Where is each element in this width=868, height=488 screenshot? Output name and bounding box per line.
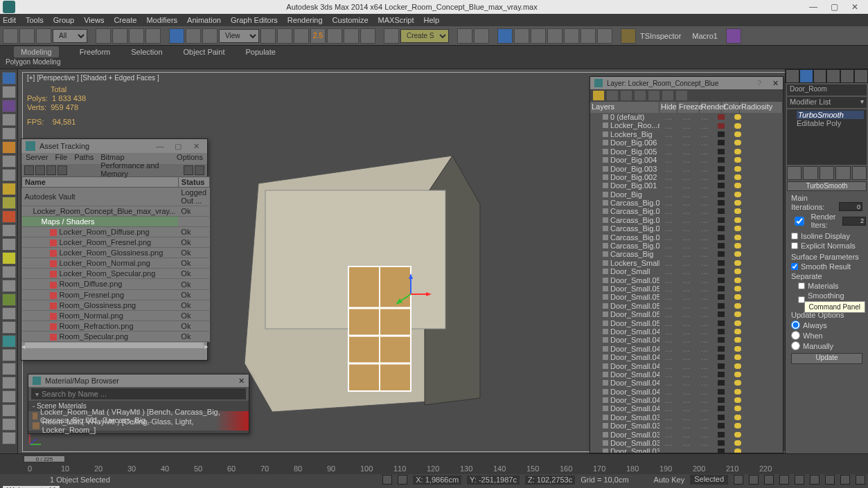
macro-icon[interactable] <box>726 28 741 44</box>
asset-row[interactable]: Locker_Room_Glossiness.pngOk <box>22 248 210 258</box>
render-iters-check[interactable] <box>791 217 808 226</box>
select-name-icon[interactable] <box>112 28 127 44</box>
create-type-icon[interactable] <box>2 72 16 84</box>
asset-table[interactable]: NameStatus Autodesk VaultLogged Out ...L… <box>21 177 210 342</box>
cmd-tab-modify-icon[interactable] <box>799 69 813 83</box>
layer-delete-icon[interactable] <box>607 91 618 100</box>
link-icon[interactable] <box>36 28 51 44</box>
create-type-icon[interactable] <box>2 169 16 181</box>
menu-help[interactable]: Help <box>424 16 440 24</box>
asset-row[interactable]: Room_Diffuse.pngOk <box>22 279 210 289</box>
object-name-input[interactable]: Door_Room <box>787 84 867 96</box>
layer-row[interactable]: Lockers_Big……… <box>590 130 783 138</box>
layer-row[interactable]: Door_Small.055……… <box>590 275 783 284</box>
ribbon-tab-populate[interactable]: Populate <box>245 48 275 56</box>
spinner-snap-icon[interactable] <box>360 28 375 44</box>
layer-row[interactable]: 0 (default)……… <box>590 113 783 121</box>
layer-row[interactable]: Door_Small.036……… <box>590 439 783 447</box>
menu-modifiers[interactable]: Modifiers <box>146 16 177 24</box>
nav-icon[interactable] <box>840 475 850 485</box>
asset-minimize-button[interactable]: — <box>153 142 167 150</box>
cmd-tab-motion-icon[interactable] <box>826 69 840 83</box>
layer-row[interactable]: Door_Small.038……… <box>590 422 783 430</box>
layer-row[interactable]: Door_Small.039……… <box>590 413 783 422</box>
update-when-radio[interactable] <box>791 331 800 340</box>
layer-freeze-icon[interactable] <box>676 91 687 100</box>
coord-z-input[interactable]: Z: 102,2753c <box>525 476 575 485</box>
asset-row[interactable]: Locker_Room_Specular.pngOk <box>22 269 210 279</box>
asset-menu-item[interactable]: Server <box>26 153 48 164</box>
layer-row[interactable]: Door_Small.043……… <box>590 379 783 387</box>
ribbon-subtab[interactable]: Polygon Modeling <box>0 58 868 69</box>
unique-icon[interactable] <box>820 166 834 180</box>
create-type-icon[interactable] <box>2 377 16 389</box>
layer-row[interactable]: Door_Small.049……… <box>590 327 783 336</box>
render-setup-icon[interactable] <box>564 28 579 44</box>
asset-row[interactable]: Maps / Shaders <box>22 217 210 227</box>
layer-row[interactable]: Carcass_Big.001……… <box>590 242 783 250</box>
menu-animation[interactable]: Animation <box>187 16 221 24</box>
layer-select-icon[interactable] <box>635 91 646 100</box>
undo-icon[interactable] <box>3 28 18 44</box>
mat-search-input[interactable]: ▾ Search by Name ... <box>31 388 246 399</box>
ribbon-tab-selection[interactable]: Selection <box>131 48 162 56</box>
menu-rendering[interactable]: Rendering <box>287 16 323 24</box>
select-icon[interactable] <box>96 28 111 44</box>
asset-row[interactable]: Room_Specular.pngOk <box>22 331 210 341</box>
layer-highlight-icon[interactable] <box>648 91 659 100</box>
layer-row[interactable]: Door_Small.037……… <box>590 430 783 438</box>
show-end-icon[interactable] <box>803 166 817 180</box>
asset-row[interactable]: Room_Fresnel.pngOk <box>22 289 210 300</box>
layer-row[interactable]: Door_Big.002……… <box>590 173 783 181</box>
layer-row[interactable]: Lockers_Small……… <box>590 259 783 267</box>
layer-row[interactable]: Door_Small.053……… <box>590 293 783 301</box>
stack-editable-poly[interactable]: Editable Poly <box>797 119 864 127</box>
snap-angle-icon[interactable] <box>327 28 342 44</box>
asset-row[interactable]: Locker_Room_Concept_Blue_max_vray...Ok <box>22 206 210 217</box>
layer-add-icon[interactable] <box>621 91 632 100</box>
layer-row[interactable]: Door_Small.054……… <box>590 284 783 293</box>
scale-icon[interactable] <box>202 28 218 44</box>
pin-stack-icon[interactable] <box>787 166 801 180</box>
asset-menu-item[interactable]: Paths <box>74 153 94 164</box>
iterations-input[interactable] <box>839 202 862 211</box>
asset-scrollbar[interactable]: ◂▸ <box>21 342 207 349</box>
render-icon[interactable] <box>597 28 612 44</box>
smooth-result-check[interactable] <box>791 263 798 270</box>
create-type-icon[interactable] <box>2 418 16 431</box>
time-ruler[interactable]: 0102030405060708090100110120130140150160… <box>0 464 868 474</box>
goto-end-icon[interactable] <box>795 475 804 485</box>
layer-row[interactable]: Carcass_Big.002……… <box>590 233 783 241</box>
isoline-check[interactable] <box>791 233 798 240</box>
render-frame-icon[interactable] <box>581 28 596 44</box>
modifier-list-dropdown[interactable]: Modifier List▾ <box>787 97 867 108</box>
create-type-icon[interactable] <box>2 252 16 264</box>
remove-mod-icon[interactable] <box>835 166 850 180</box>
layer-row[interactable]: Door_Big……… <box>590 190 783 199</box>
next-frame-icon[interactable] <box>779 475 789 485</box>
menu-tools[interactable]: Tools <box>26 16 44 24</box>
ribbon-tab-object-paint[interactable]: Object Paint <box>184 48 225 56</box>
create-type-icon[interactable] <box>2 404 16 417</box>
ribbon-tab-freeform[interactable]: Freeform <box>80 48 111 56</box>
tsinspector-label[interactable]: TSInspector <box>640 32 681 40</box>
lock-icon[interactable] <box>382 475 392 485</box>
snap-spinner[interactable]: 2.5 <box>310 28 326 44</box>
menu-edit[interactable]: Edit <box>3 16 16 24</box>
asset-tb-icon[interactable] <box>35 165 45 175</box>
select-region-icon[interactable] <box>129 28 144 44</box>
update-manual-radio[interactable] <box>791 341 800 350</box>
asset-row[interactable]: Room_Glossiness.pngOk <box>22 300 210 310</box>
create-type-icon[interactable] <box>2 335 16 347</box>
create-type-icon[interactable] <box>2 321 16 334</box>
asset-menu-item[interactable]: Bitmap Performance and Memory <box>100 153 170 164</box>
macro1-label[interactable]: Macro1 <box>692 32 718 40</box>
update-always-radio[interactable] <box>791 320 800 329</box>
goto-start-icon[interactable] <box>734 475 743 485</box>
redo-icon[interactable] <box>19 28 35 44</box>
layer-help-button[interactable]: ? <box>757 79 761 87</box>
snap-percent-icon[interactable] <box>344 28 359 44</box>
named-selset-icon[interactable] <box>384 28 399 44</box>
layer-row[interactable]: Door_Big.004……… <box>590 156 783 164</box>
asset-maximize-button[interactable]: ▢ <box>171 142 185 151</box>
